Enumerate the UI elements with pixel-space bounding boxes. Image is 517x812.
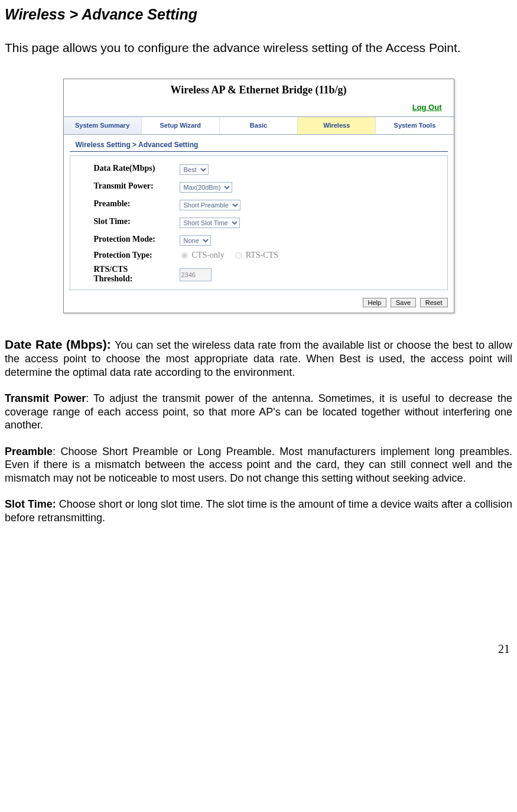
protection-type-rts-cts-radio[interactable] xyxy=(235,252,242,259)
data-rate-label: Data Rate(Mbps) xyxy=(94,164,180,173)
settings-form: Data Rate(Mbps) Best Transmit Power: Max… xyxy=(70,155,448,290)
page-title: Wireless > Advance Setting xyxy=(5,6,512,23)
tab-label: System Tools xyxy=(394,122,436,129)
desc-slot-time: Slot Time: Choose short or long slot tim… xyxy=(5,498,512,524)
protection-mode-label: Protection Mode: xyxy=(94,235,180,244)
slot-time-select[interactable]: Short Slot Time xyxy=(180,217,240,228)
protection-type-rts-cts-label: RTS-CTS xyxy=(246,251,278,260)
tab-basic[interactable]: Basic xyxy=(220,117,298,134)
protection-type-cts-only-radio[interactable] xyxy=(181,252,187,259)
app-title: Wireless AP & Ethernet Bridge (11b/g) xyxy=(64,79,454,99)
transmit-power-label: Transmit Power: xyxy=(94,181,180,191)
tab-wireless[interactable]: Wireless xyxy=(298,117,376,134)
slot-time-label: Slot Time: xyxy=(94,217,180,226)
rts-cts-threshold-label: RTS/CTS Threshold: xyxy=(94,265,180,284)
tab-label: Wireless xyxy=(323,122,350,129)
preamble-select[interactable]: Short Preamble xyxy=(180,200,240,210)
tab-label: Setup Wizard xyxy=(160,122,201,129)
preamble-label: Preamble: xyxy=(94,199,180,209)
desc-transmit-power: Transmit Power: To adjust the transmit p… xyxy=(5,392,512,432)
tab-system-tools[interactable]: System Tools xyxy=(376,117,453,134)
desc-preamble: Preamble: Choose Short Preamble or Long … xyxy=(5,445,512,485)
protection-type-cts-only-label: CTS-only xyxy=(192,251,225,260)
protection-mode-select[interactable]: None xyxy=(180,235,211,246)
help-button[interactable]: Help xyxy=(363,298,387,307)
tab-setup-wizard[interactable]: Setup Wizard xyxy=(142,117,220,134)
tab-label: Basic xyxy=(250,122,267,129)
desc-data-rate: Date Rate (Mbps): You can set the wirele… xyxy=(5,337,512,379)
transmit-power-select[interactable]: Max(20dBm) xyxy=(180,182,232,193)
page-number: 21 xyxy=(5,642,512,656)
protection-type-label: Protection Type: xyxy=(94,251,180,260)
breadcrumb: Wireless Setting > Advanced Setting xyxy=(70,135,448,152)
rts-cts-threshold-input[interactable] xyxy=(180,268,212,281)
tab-label: System Summary xyxy=(75,122,129,129)
save-button[interactable]: Save xyxy=(391,298,416,307)
data-rate-select[interactable]: Best xyxy=(180,164,209,175)
logout-link[interactable]: Log Out xyxy=(412,103,442,112)
config-screenshot: Wireless AP & Ethernet Bridge (11b/g) Lo… xyxy=(63,79,454,313)
tab-system-summary[interactable]: System Summary xyxy=(64,117,142,134)
reset-button[interactable]: Reset xyxy=(420,298,448,307)
intro-text: This page allows you to configure the ad… xyxy=(5,41,512,55)
nav-tabs: System Summary Setup Wizard Basic Wirele… xyxy=(64,116,454,135)
